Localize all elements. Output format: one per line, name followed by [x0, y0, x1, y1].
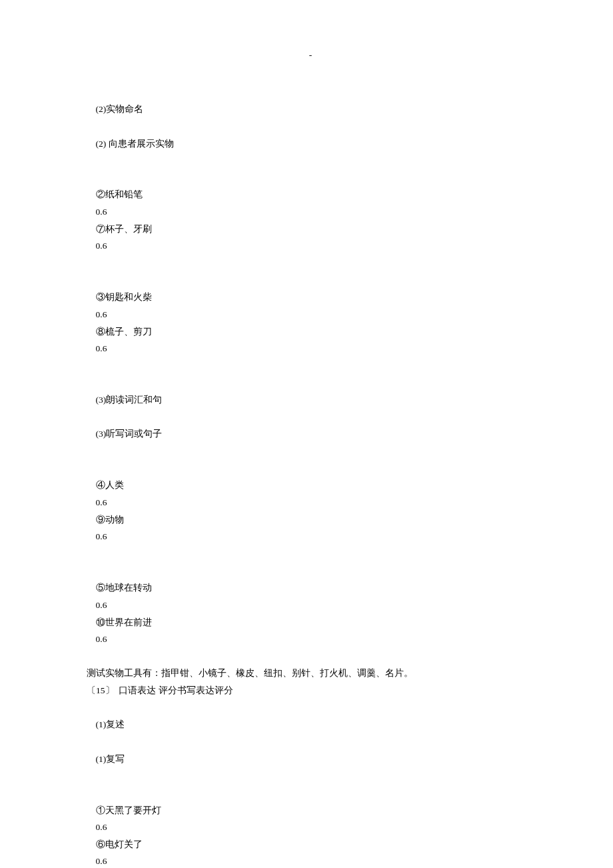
cell-score: 0.6	[96, 203, 143, 221]
cell-label: ①天黑了要开灯	[96, 802, 203, 819]
cell-label: ④人类	[96, 477, 203, 494]
cell-score: 0.6	[96, 306, 143, 323]
cell-score: 0.6	[96, 340, 129, 357]
cell-score: 0.6	[96, 597, 143, 614]
section-line: ②纸和铅笔 0.6 ⑦杯子、牙刷 0.6	[87, 169, 534, 272]
cell-score: 0.6	[96, 494, 143, 511]
cell-score: 0.6	[96, 528, 129, 545]
cell-label: ⑨动物	[96, 511, 203, 529]
section-line: ⑤地球在转动 0.6 ⑩世界在前进 0.6	[87, 563, 534, 665]
cell-label: (2) 向患者展示实物	[96, 135, 174, 153]
section-line: (1)复述 (1)复写	[87, 699, 534, 785]
section-line: (2)实物命名 (2) 向患者展示实物	[87, 84, 534, 169]
cell-label: ⑤地球在转动	[96, 579, 203, 597]
cell-label: ②纸和铅笔	[96, 186, 203, 203]
cell-label: ⑧梳子、剪刀	[96, 323, 203, 341]
cell-score: 0.6	[96, 631, 129, 648]
tools-line: 测试实物工具有：指甲钳、小镜子、橡皮、纽扣、别针、打火机、调羹、名片。	[87, 665, 534, 682]
section-15-title: 〔15〕 口语表达 评分书写表达评分	[87, 682, 534, 699]
cell-label: (3)朗读词汇和句	[96, 391, 203, 409]
cell-score: 0.6	[96, 853, 129, 868]
section-line: ③钥匙和火柴 0.6 ⑧梳子、剪刀 0.6	[87, 272, 534, 375]
section-line: (3)朗读词汇和句 (3)听写词或句子	[87, 375, 534, 460]
cell-label: (3)听写词或句子	[96, 425, 163, 443]
cell-label: (1)复述	[96, 716, 203, 733]
cell-score: 0.6	[96, 237, 129, 255]
cell-label: ⑦杯子、牙刷	[96, 221, 203, 238]
cell-label: ⑩世界在前进	[96, 614, 203, 631]
section-line: ①天黑了要开灯 0.6 ⑥电灯关了 0.6	[87, 785, 534, 868]
cell-label: (2)实物命名	[96, 101, 203, 118]
cell-label: ⑥电灯关了	[96, 836, 169, 853]
cell-label: (1)复写	[96, 751, 125, 768]
section-line: ④人类 0.6 ⑨动物 0.6	[87, 460, 534, 563]
cell-label: ③钥匙和火柴	[96, 289, 203, 306]
page-header-dash: -	[87, 47, 534, 64]
document-page: - (2)实物命名 (2) 向患者展示实物 ②纸和铅笔 0.6 ⑦杯子、牙刷 0…	[0, 0, 613, 868]
cell-score: 0.6	[96, 819, 143, 836]
